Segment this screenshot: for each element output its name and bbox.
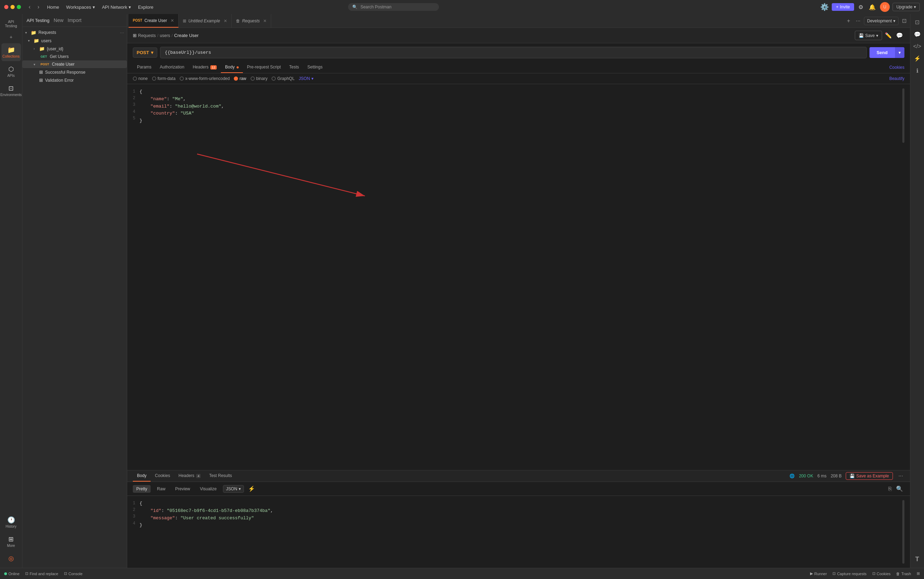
more-options-icon[interactable]: ··· (120, 30, 124, 35)
cookies-link[interactable]: Cookies (890, 65, 904, 70)
method-selector[interactable]: POST ▾ (133, 47, 157, 57)
bottom-item-trash[interactable]: 🗑 Trash (896, 572, 911, 576)
bottom-item-layout[interactable]: ⊞ (917, 571, 920, 576)
beautify-button[interactable]: Beautify (890, 76, 904, 81)
tab-headers[interactable]: Headers 12 (189, 62, 221, 73)
bottom-item-cookies[interactable]: ⊡ Cookies (872, 571, 891, 576)
body-option-form-data[interactable]: form-data (152, 76, 176, 81)
notifications-button[interactable]: 🔔 (867, 2, 877, 12)
forward-button[interactable]: › (35, 2, 41, 11)
minimize-button[interactable] (10, 5, 15, 9)
tab-close-icon[interactable]: ✕ (171, 18, 174, 23)
comments-button[interactable]: 💬 (912, 29, 923, 40)
resp-tab-body[interactable]: Body (133, 470, 151, 482)
format-raw[interactable]: Raw (153, 485, 169, 493)
tree-item-requests[interactable]: ▾ 📁 Requests ··· (22, 28, 127, 37)
tab-pre-request[interactable]: Pre-request Script (243, 62, 285, 73)
body-option-binary[interactable]: binary (251, 76, 268, 81)
home-link[interactable]: Home (44, 3, 62, 11)
body-option-raw[interactable]: raw (234, 76, 246, 81)
sidebar-item-history[interactable]: 🕐 History (2, 514, 21, 531)
tab-requests[interactable]: 🗑 Requests ✕ (232, 14, 272, 28)
format-preview[interactable]: Preview (172, 485, 194, 493)
info-button[interactable]: ℹ (914, 65, 921, 76)
tree-item-get-users[interactable]: GET Get Users (22, 53, 127, 61)
sidebar-item-apis[interactable]: ⬡ APIs (2, 62, 21, 80)
search-bar[interactable]: 🔍 Search Postman (348, 3, 439, 11)
upgrade-button[interactable]: Upgrade ▾ (893, 3, 920, 11)
titlebar: ‹ › Home Workspaces ▾ API Network ▾ Expl… (0, 0, 924, 14)
environment-selector[interactable]: Development ▾ (864, 17, 898, 25)
tree-item-users[interactable]: ▾ 📁 users (22, 37, 127, 45)
layout-button[interactable]: ⊡ (900, 16, 909, 26)
tree-item-validation-error[interactable]: ⊞ Validation Error (22, 76, 127, 84)
response-body-editor[interactable]: 1 2 3 4 { "id": "05168ec7-b9f6-4cd1-b57d… (127, 496, 910, 568)
format-pretty[interactable]: Pretty (133, 485, 151, 493)
maximize-button[interactable] (17, 5, 21, 9)
related-collections-button[interactable]: ⚡ (912, 53, 923, 64)
edit-icon[interactable]: ✏️ (883, 31, 893, 40)
save-button[interactable]: 💾 Save ▾ (855, 31, 882, 40)
titlebar-right: ⚙️ + Invite ⚙ 🔔 U Upgrade ▾ (820, 2, 920, 12)
resp-tab-cookies[interactable]: Cookies (151, 470, 174, 482)
back-button[interactable]: ‹ (26, 2, 33, 11)
api-network-link[interactable]: API Network ▾ (99, 3, 134, 11)
resp-tab-test-results[interactable]: Test Results (205, 470, 236, 482)
main-content: POST Create User ✕ ⊞ Untitled Example ✕ … (127, 14, 910, 568)
example-icon: ⊞ (39, 77, 43, 83)
sidebar-item-more[interactable]: ⊞ More (2, 533, 21, 550)
body-option-urlencoded[interactable]: x-www-form-urlencoded (180, 76, 230, 81)
comment-icon[interactable]: 💬 (894, 31, 904, 40)
json-selector[interactable]: JSON ▾ (299, 76, 313, 81)
more-response-options[interactable]: ··· (897, 471, 904, 481)
import-button[interactable]: Import (66, 17, 83, 24)
tab-settings[interactable]: Settings (304, 62, 327, 73)
tab-close-icon[interactable]: ✕ (224, 18, 227, 23)
more-tabs-button[interactable]: ··· (854, 16, 863, 26)
tab-params[interactable]: Params (133, 62, 156, 73)
tab-body[interactable]: Body (221, 62, 243, 73)
request-docs-button[interactable]: ⊡ (913, 17, 922, 28)
bottom-item-capture[interactable]: ⊡ Capture requests (832, 571, 867, 576)
bottom-item-find-replace[interactable]: ⊡ Find and replace (25, 571, 58, 576)
search-icon: 🔍 (352, 5, 358, 10)
body-option-none[interactable]: none (133, 76, 148, 81)
invite-button[interactable]: + Invite (832, 3, 854, 11)
workspaces-link[interactable]: Workspaces ▾ (63, 3, 97, 11)
line-numbers: 1 2 3 4 5 (133, 88, 135, 143)
tree-item-user-id[interactable]: › 📁 {user_id} (22, 45, 127, 53)
sidebar-item-environments[interactable]: ⊡ Environments (2, 82, 21, 100)
tab-create-user[interactable]: POST Create User ✕ (129, 14, 179, 28)
body-option-graphql[interactable]: GraphQL (272, 76, 294, 81)
send-chevron-button[interactable]: ▾ (894, 47, 904, 58)
format-visualize[interactable]: Visualize (196, 485, 220, 493)
tree-item-create-user[interactable]: ▾ POST Create User (22, 61, 127, 68)
copy-response-button[interactable]: ⎘ (887, 484, 893, 494)
url-input[interactable]: {{baseUrl}}/users (160, 47, 867, 58)
tab-close-icon[interactable]: ✕ (263, 18, 267, 23)
search-response-button[interactable]: 🔍 (894, 484, 904, 494)
filter-icon[interactable]: ⚡ (247, 484, 256, 494)
request-body-editor[interactable]: 1 2 3 4 5 { "name": "Me", "email": "hell… (127, 84, 910, 147)
bottom-item-status: Online (4, 572, 20, 576)
bottom-item-console[interactable]: ⊡ Console (64, 571, 82, 576)
resp-tab-headers[interactable]: Headers 4 (174, 470, 205, 482)
json-format-selector[interactable]: JSON ▾ (223, 485, 244, 493)
settings-button[interactable]: ⚙ (857, 2, 865, 12)
new-tab-button[interactable]: + (845, 16, 852, 26)
code-snippet-button[interactable]: </> (911, 41, 923, 52)
send-button[interactable]: Send (870, 47, 894, 58)
font-size-button[interactable]: T (913, 553, 921, 565)
bottom-item-runner[interactable]: ▶ Runner (810, 571, 827, 576)
close-button[interactable] (4, 5, 8, 9)
tab-untitled-example[interactable]: ⊞ Untitled Example ✕ (179, 14, 232, 28)
explore-link[interactable]: Explore (135, 3, 156, 11)
tree-item-successful-response[interactable]: ⊞ Successful Response (22, 68, 127, 76)
new-collection-button[interactable]: + (8, 34, 14, 41)
tab-tests[interactable]: Tests (285, 62, 304, 73)
sidebar-item-collections[interactable]: 📁 Collections (2, 43, 21, 61)
tab-authorization[interactable]: Authorization (156, 62, 189, 73)
save-as-example-button[interactable]: 💾 Save as Example (846, 472, 893, 480)
new-button[interactable]: New (53, 17, 65, 24)
radio-none (133, 77, 137, 81)
